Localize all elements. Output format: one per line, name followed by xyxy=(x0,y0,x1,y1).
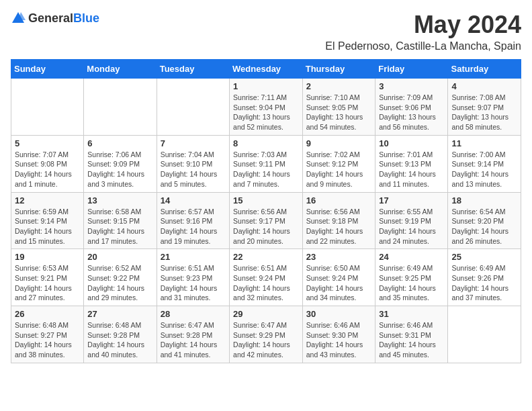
day-cell-21: 19Sunrise: 6:53 AM Sunset: 9:21 PM Dayli… xyxy=(11,249,84,306)
day-info-23: Sunrise: 6:50 AM Sunset: 9:24 PM Dayligh… xyxy=(306,263,371,303)
day-info-31: Sunrise: 6:46 AM Sunset: 9:31 PM Dayligh… xyxy=(379,320,444,360)
day-cell-25: 23Sunrise: 6:50 AM Sunset: 9:24 PM Dayli… xyxy=(302,249,375,306)
day-cell-28: 26Sunrise: 6:48 AM Sunset: 9:27 PM Dayli… xyxy=(11,306,84,363)
day-cell-11: 9Sunrise: 7:02 AM Sunset: 9:12 PM Daylig… xyxy=(302,135,375,192)
day-number-29: 29 xyxy=(233,309,299,319)
day-number-11: 11 xyxy=(451,138,517,148)
day-cell-22: 20Sunrise: 6:52 AM Sunset: 9:22 PM Dayli… xyxy=(84,249,157,306)
day-cell-1 xyxy=(84,79,157,136)
day-number-5: 5 xyxy=(15,138,80,148)
day-number-12: 12 xyxy=(15,195,80,205)
day-number-16: 16 xyxy=(306,195,371,205)
day-cell-13: 11Sunrise: 7:00 AM Sunset: 9:14 PM Dayli… xyxy=(448,135,521,192)
day-cell-9: 7Sunrise: 7:04 AM Sunset: 9:10 PM Daylig… xyxy=(157,135,229,192)
day-cell-7: 5Sunrise: 7:07 AM Sunset: 9:08 PM Daylig… xyxy=(11,135,84,192)
day-info-17: Sunrise: 6:55 AM Sunset: 9:19 PM Dayligh… xyxy=(379,207,444,246)
day-cell-18: 16Sunrise: 6:56 AM Sunset: 9:18 PM Dayli… xyxy=(302,192,375,249)
day-cell-32: 30Sunrise: 6:46 AM Sunset: 9:30 PM Dayli… xyxy=(302,306,375,363)
logo-text-blue: Blue xyxy=(73,11,99,25)
day-info-12: Sunrise: 6:59 AM Sunset: 9:14 PM Dayligh… xyxy=(15,207,80,246)
day-cell-19: 17Sunrise: 6:55 AM Sunset: 9:19 PM Dayli… xyxy=(375,192,448,249)
day-info-15: Sunrise: 6:56 AM Sunset: 9:17 PM Dayligh… xyxy=(233,207,299,246)
day-cell-15: 13Sunrise: 6:58 AM Sunset: 9:15 PM Dayli… xyxy=(84,192,157,249)
day-cell-27: 25Sunrise: 6:49 AM Sunset: 9:26 PM Dayli… xyxy=(448,249,521,306)
day-number-7: 7 xyxy=(161,138,226,148)
day-cell-17: 15Sunrise: 6:56 AM Sunset: 9:17 PM Dayli… xyxy=(230,192,303,249)
day-number-10: 10 xyxy=(379,138,444,148)
day-cell-10: 8Sunrise: 7:03 AM Sunset: 9:11 PM Daylig… xyxy=(230,135,303,192)
day-number-15: 15 xyxy=(233,195,299,205)
day-number-6: 6 xyxy=(87,138,152,148)
header-sunday: Sunday xyxy=(11,60,84,79)
day-number-31: 31 xyxy=(379,309,444,319)
day-cell-4: 2Sunrise: 7:10 AM Sunset: 9:05 PM Daylig… xyxy=(302,79,375,136)
day-info-1: Sunrise: 7:11 AM Sunset: 9:04 PM Dayligh… xyxy=(233,93,299,132)
header-wednesday: Wednesday xyxy=(230,60,303,79)
header-thursday: Thursday xyxy=(302,60,375,79)
day-info-19: Sunrise: 6:53 AM Sunset: 9:21 PM Dayligh… xyxy=(15,263,80,303)
day-info-20: Sunrise: 6:52 AM Sunset: 9:22 PM Dayligh… xyxy=(87,263,152,303)
day-cell-29: 27Sunrise: 6:48 AM Sunset: 9:28 PM Dayli… xyxy=(84,306,157,363)
day-info-7: Sunrise: 7:04 AM Sunset: 9:10 PM Dayligh… xyxy=(161,150,226,189)
day-number-9: 9 xyxy=(306,138,371,148)
day-info-9: Sunrise: 7:02 AM Sunset: 9:12 PM Dayligh… xyxy=(306,150,371,189)
day-number-26: 26 xyxy=(15,309,80,319)
day-cell-24: 22Sunrise: 6:51 AM Sunset: 9:24 PM Dayli… xyxy=(230,249,303,306)
week-row-2: 5Sunrise: 7:07 AM Sunset: 9:08 PM Daylig… xyxy=(11,135,521,192)
day-info-26: Sunrise: 6:48 AM Sunset: 9:27 PM Dayligh… xyxy=(15,320,80,360)
day-cell-20: 18Sunrise: 6:54 AM Sunset: 9:20 PM Dayli… xyxy=(448,192,521,249)
day-info-27: Sunrise: 6:48 AM Sunset: 9:28 PM Dayligh… xyxy=(87,320,152,360)
day-number-25: 25 xyxy=(451,252,517,262)
day-number-23: 23 xyxy=(306,252,371,262)
day-cell-26: 24Sunrise: 6:49 AM Sunset: 9:25 PM Dayli… xyxy=(375,249,448,306)
day-info-18: Sunrise: 6:54 AM Sunset: 9:20 PM Dayligh… xyxy=(451,207,517,246)
logo-icon xyxy=(11,11,26,26)
day-info-5: Sunrise: 7:07 AM Sunset: 9:08 PM Dayligh… xyxy=(15,150,80,189)
day-info-29: Sunrise: 6:47 AM Sunset: 9:29 PM Dayligh… xyxy=(233,320,299,360)
day-info-11: Sunrise: 7:00 AM Sunset: 9:14 PM Dayligh… xyxy=(451,150,517,189)
day-info-4: Sunrise: 7:08 AM Sunset: 9:07 PM Dayligh… xyxy=(451,93,517,132)
day-cell-6: 4Sunrise: 7:08 AM Sunset: 9:07 PM Daylig… xyxy=(448,79,521,136)
day-cell-31: 29Sunrise: 6:47 AM Sunset: 9:29 PM Dayli… xyxy=(230,306,303,363)
day-number-2: 2 xyxy=(306,81,371,91)
day-number-3: 3 xyxy=(379,81,444,91)
day-number-14: 14 xyxy=(161,195,226,205)
day-cell-5: 3Sunrise: 7:09 AM Sunset: 9:06 PM Daylig… xyxy=(375,79,448,136)
day-cell-2 xyxy=(157,79,229,136)
day-info-25: Sunrise: 6:49 AM Sunset: 9:26 PM Dayligh… xyxy=(451,263,517,303)
month-title: May 2024 xyxy=(325,11,521,39)
day-number-27: 27 xyxy=(87,309,152,319)
day-number-21: 21 xyxy=(161,252,226,262)
day-cell-3: 1Sunrise: 7:11 AM Sunset: 9:04 PM Daylig… xyxy=(230,79,303,136)
day-cell-33: 31Sunrise: 6:46 AM Sunset: 9:31 PM Dayli… xyxy=(375,306,448,363)
day-info-8: Sunrise: 7:03 AM Sunset: 9:11 PM Dayligh… xyxy=(233,150,299,189)
logo: GeneralBlue xyxy=(11,11,99,26)
day-number-24: 24 xyxy=(379,252,444,262)
day-number-18: 18 xyxy=(451,195,517,205)
day-info-10: Sunrise: 7:01 AM Sunset: 9:13 PM Dayligh… xyxy=(379,150,444,189)
header-tuesday: Tuesday xyxy=(157,60,229,79)
day-number-8: 8 xyxy=(233,138,299,148)
day-info-13: Sunrise: 6:58 AM Sunset: 9:15 PM Dayligh… xyxy=(87,207,152,246)
day-info-28: Sunrise: 6:47 AM Sunset: 9:28 PM Dayligh… xyxy=(161,320,226,360)
header-monday: Monday xyxy=(84,60,157,79)
day-number-17: 17 xyxy=(379,195,444,205)
header-friday: Friday xyxy=(375,60,448,79)
day-info-2: Sunrise: 7:10 AM Sunset: 9:05 PM Dayligh… xyxy=(306,93,371,132)
header-saturday: Saturday xyxy=(448,60,521,79)
day-cell-0 xyxy=(11,79,84,136)
day-number-20: 20 xyxy=(87,252,152,262)
header: GeneralBlue May 2024 El Pedernoso, Casti… xyxy=(11,11,521,52)
day-number-30: 30 xyxy=(306,309,371,319)
week-row-4: 19Sunrise: 6:53 AM Sunset: 9:21 PM Dayli… xyxy=(11,249,521,306)
day-number-13: 13 xyxy=(87,195,152,205)
day-cell-14: 12Sunrise: 6:59 AM Sunset: 9:14 PM Dayli… xyxy=(11,192,84,249)
location-title: El Pedernoso, Castille-La Mancha, Spain xyxy=(325,40,521,52)
day-number-4: 4 xyxy=(451,81,517,91)
week-row-3: 12Sunrise: 6:59 AM Sunset: 9:14 PM Dayli… xyxy=(11,192,521,249)
day-info-14: Sunrise: 6:57 AM Sunset: 9:16 PM Dayligh… xyxy=(161,207,226,246)
title-area: May 2024 El Pedernoso, Castille-La Manch… xyxy=(325,11,521,52)
week-row-5: 26Sunrise: 6:48 AM Sunset: 9:27 PM Dayli… xyxy=(11,306,521,363)
day-info-24: Sunrise: 6:49 AM Sunset: 9:25 PM Dayligh… xyxy=(379,263,444,303)
day-info-30: Sunrise: 6:46 AM Sunset: 9:30 PM Dayligh… xyxy=(306,320,371,360)
